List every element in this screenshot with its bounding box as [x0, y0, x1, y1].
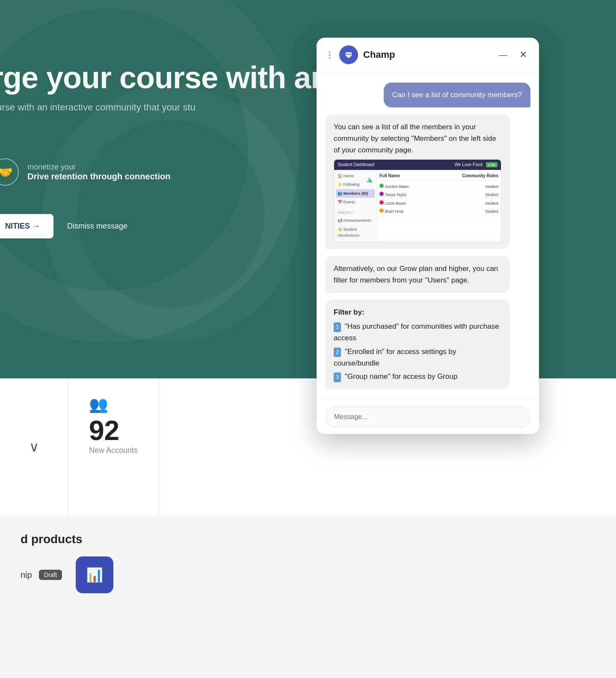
ss-row-2: Tanya Taylor Student	[379, 191, 498, 199]
filter-item-3: 3 "Group name" for access by Group	[334, 371, 501, 382]
chat-input[interactable]	[325, 407, 530, 427]
cta-button[interactable]: NITIES →	[0, 214, 53, 238]
chevron-icon[interactable]: ∨	[0, 378, 68, 515]
chat-header: ⋮ Champ — ✕	[317, 38, 539, 72]
stat-number: 92	[89, 417, 138, 444]
feature-text: monetize your Drive retention through co…	[27, 163, 170, 181]
chat-messages: Can I see a list of community members? Y…	[317, 72, 539, 399]
svg-point-4	[348, 54, 349, 55]
product-name: nip	[21, 570, 32, 580]
draft-badge: Draft	[39, 570, 62, 580]
chat-avatar	[339, 45, 358, 64]
ss-row-3: Lizzie Boyer Student	[379, 199, 498, 208]
filter-item-2: 2 "Enrolled in" for access settings by c…	[334, 346, 501, 369]
chat-input-row	[317, 399, 539, 434]
products-section: d products nip Draft 📊	[0, 515, 616, 678]
ss-sidebar-introductions: 👋 Student Introductions	[336, 225, 375, 240]
ss-col-role: Community Roles	[462, 172, 498, 179]
hero-title: rge your course with an c	[0, 60, 354, 95]
user-message: Can I see a list of community members?	[384, 83, 530, 107]
ss-body: 🏠 Home ⭐ Following 👥 Members (85) 📅 Even…	[334, 170, 501, 242]
ss-main: Full Name Community Roles Gordon Bates S…	[377, 170, 501, 242]
feature-icon: 🤝	[0, 158, 19, 186]
hero-section: rge your course with an c ourse with an …	[0, 60, 354, 113]
hero-subtitle: ourse with an interactive community that…	[0, 102, 197, 113]
cta-row: NITIES → Dismiss message	[0, 214, 127, 238]
ss-sidebar-members: 👥 Members (85)	[336, 189, 375, 198]
ss-header-left: Student Dashboard	[338, 161, 374, 168]
screenshot-mockup: Student Dashboard We Love Food Live 🏠 Ho…	[334, 159, 501, 242]
ss-main-header: Full Name Community Roles	[379, 172, 498, 181]
svg-point-5	[350, 54, 351, 55]
svg-rect-2	[347, 56, 350, 58]
chat-menu-icon[interactable]: ⋮	[325, 50, 334, 60]
ss-spaces-section: SPACES +	[336, 208, 375, 217]
ss-sidebar-announcements: 📢 Announcements	[336, 216, 375, 225]
monetize-text: monetize your	[27, 163, 170, 172]
product-card[interactable]: 📊	[76, 556, 113, 593]
feature-row: 🤝 monetize your Drive retention through …	[0, 158, 170, 186]
chat-close-button[interactable]: ✕	[516, 48, 530, 62]
ss-sidebar-events: 📅 Events	[336, 198, 375, 206]
ss-header-right: We Love Food Live	[455, 161, 498, 168]
ss-col-name: Full Name	[379, 172, 400, 179]
bot-message-1: You can see a list of all the members in…	[325, 114, 510, 249]
bot-message-2: Alternatively, on our Grow plan and high…	[325, 256, 510, 293]
ss-row-1: Gordon Bates Student	[379, 183, 498, 191]
ss-header: Student Dashboard We Love Food Live	[334, 160, 501, 170]
product-card-icon: 📊	[86, 567, 103, 583]
ss-row-4: Brian Hintz Student	[379, 208, 498, 216]
new-accounts-stat: 👥 92 New Accounts	[68, 378, 159, 515]
products-title: d products	[21, 532, 595, 546]
dismiss-button[interactable]: Dismiss message	[67, 222, 127, 231]
filter-item-1: 1 "Has purchased" for communities with p…	[334, 321, 501, 344]
filter-title: Filter by:	[334, 306, 501, 318]
ss-live-badge: Live	[486, 162, 498, 167]
stat-label: New Accounts	[89, 446, 138, 455]
chat-widget: ⋮ Champ — ✕ Can I see a list of communit…	[317, 38, 539, 434]
bot-message-3: Filter by: 1 "Has purchased" for communi…	[325, 300, 510, 389]
svg-point-3	[346, 54, 348, 55]
chat-title: Champ	[363, 49, 490, 60]
feature-label: Drive retention through connection	[27, 172, 170, 181]
accounts-icon: 👥	[89, 396, 138, 413]
chat-minimize-button[interactable]: —	[495, 48, 511, 62]
